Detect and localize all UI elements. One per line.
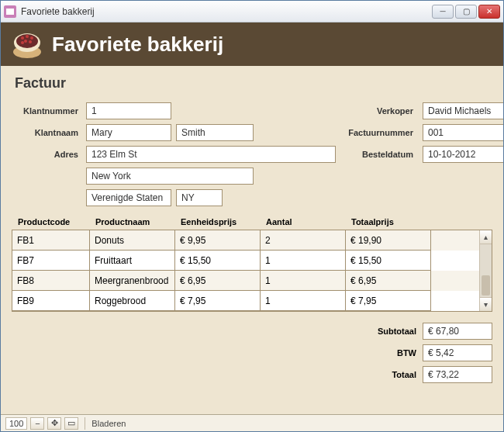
minimize-button[interactable]: ─ [432, 5, 454, 19]
adres-straat-input[interactable] [86, 146, 336, 163]
adres-land-input[interactable] [86, 189, 171, 206]
svg-point-6 [26, 35, 29, 38]
cell-code[interactable]: FB8 [12, 271, 90, 291]
totals-area: Subtotaal BTW Totaal [12, 323, 492, 383]
adres-stad-input[interactable] [86, 168, 254, 185]
label-besteldatum: Besteldatum [340, 150, 418, 159]
zoom-level[interactable]: 100 [5, 417, 27, 430]
cell-totaal[interactable]: € 15,50 [346, 251, 431, 271]
cell-code[interactable]: FB7 [12, 251, 90, 271]
cell-naam[interactable]: Meergranenbrood [90, 271, 175, 291]
th-eenheidsprijs: Eenheidsprijs [174, 217, 260, 226]
totaal-value [423, 366, 492, 383]
svg-point-9 [29, 40, 32, 43]
cell-naam[interactable]: Donuts [90, 230, 175, 251]
cell-aantal[interactable]: 1 [261, 271, 346, 291]
svg-point-7 [30, 36, 33, 40]
svg-point-5 [21, 36, 24, 40]
label-klantnummer: Klantnummer [12, 106, 81, 116]
label-subtotaal: Subtotaal [354, 327, 416, 336]
th-aantal: Aantal [260, 217, 345, 226]
adres-staat-input[interactable] [176, 189, 223, 206]
cell-aantal[interactable]: 1 [261, 251, 346, 271]
klant-voornaam-input[interactable] [86, 124, 171, 141]
svg-rect-1 [6, 9, 14, 15]
label-verkoper: Verkoper [340, 106, 418, 116]
table-scrollbar[interactable]: ▴ ▾ [479, 230, 492, 311]
app-window: Favoriete bakkerij ─ ▢ ✕ Favoriete bakke… [0, 0, 504, 432]
window-title: Favoriete bakkerij [21, 6, 432, 17]
klant-achternaam-input[interactable] [176, 124, 254, 141]
zoom-fit-button[interactable]: ✥ [47, 417, 61, 430]
verkoper-input[interactable] [423, 102, 503, 119]
zoom-out-button[interactable]: − [30, 417, 44, 430]
cell-prijs[interactable]: € 9,95 [175, 230, 261, 251]
content-area: Factuur Klantnummer Verkoper Klantnaam F… [1, 66, 503, 414]
mode-label[interactable]: Bladeren [91, 419, 126, 428]
th-totaalprijs: Totaalprijs [345, 217, 430, 226]
line-items-table: Productcode Productnaam Eenheidsprijs Aa… [12, 217, 492, 312]
label-totaal: Totaal [354, 370, 416, 379]
zoom-in-button[interactable]: ▭ [64, 417, 78, 430]
th-productnaam: Productnaam [89, 217, 174, 226]
app-icon [4, 5, 16, 18]
klantnummer-input[interactable] [86, 102, 171, 119]
statusbar: 100 − ✥ ▭ Bladeren [1, 414, 503, 431]
table-row[interactable]: FB9 Roggebrood € 7,95 1 € 7,95 [12, 291, 479, 311]
svg-point-10 [21, 41, 24, 44]
table-body: FB1 Donuts € 9,95 2 € 19,90 FB7 Fruittaa… [12, 230, 479, 311]
cell-naam[interactable]: Roggebrood [90, 291, 175, 311]
maximize-button[interactable]: ▢ [455, 5, 477, 19]
besteldatum-input[interactable] [423, 146, 503, 163]
scroll-thumb[interactable] [482, 275, 490, 295]
svg-point-8 [24, 40, 27, 43]
scroll-track[interactable] [480, 244, 492, 297]
table-row[interactable]: FB7 Fruittaart € 15,50 1 € 15,50 [12, 251, 479, 271]
scroll-up-icon[interactable]: ▴ [480, 230, 492, 244]
cell-code[interactable]: FB1 [12, 230, 90, 251]
subtotaal-value [423, 323, 492, 340]
cell-totaal[interactable]: € 6,95 [346, 271, 431, 291]
cell-aantal[interactable]: 1 [261, 291, 346, 311]
cell-totaal[interactable]: € 19,90 [346, 230, 431, 251]
label-klantnaam: Klantnaam [12, 128, 81, 137]
label-factuurnummer: Factuurnummer [340, 128, 418, 137]
section-title: Factuur [15, 75, 492, 92]
cell-prijs[interactable]: € 6,95 [175, 271, 261, 291]
cell-aantal[interactable]: 2 [261, 230, 346, 251]
cell-code[interactable]: FB9 [12, 291, 90, 311]
cell-naam[interactable]: Fruittaart [90, 251, 175, 271]
scroll-down-icon[interactable]: ▾ [480, 297, 492, 311]
titlebar: Favoriete bakkerij ─ ▢ ✕ [1, 1, 503, 22]
factuurnummer-input[interactable] [423, 124, 503, 141]
close-button[interactable]: ✕ [478, 5, 500, 19]
form-grid: Klantnummer Verkoper Klantnaam Factuurnu… [12, 102, 492, 206]
table-header: Productcode Productnaam Eenheidsprijs Aa… [12, 217, 492, 230]
label-adres: Adres [12, 150, 81, 159]
th-productcode: Productcode [12, 217, 89, 226]
cell-prijs[interactable]: € 7,95 [175, 291, 261, 311]
cell-totaal[interactable]: € 7,95 [346, 291, 431, 311]
table-row[interactable]: FB8 Meergranenbrood € 6,95 1 € 6,95 [12, 271, 479, 291]
header-band: Favoriete bakkerij [1, 22, 503, 66]
app-title: Favoriete bakkerij [52, 33, 223, 57]
logo-icon [12, 29, 43, 60]
btw-value [423, 344, 492, 361]
cell-prijs[interactable]: € 15,50 [175, 251, 261, 271]
label-btw: BTW [354, 348, 416, 358]
table-row[interactable]: FB1 Donuts € 9,95 2 € 19,90 [12, 230, 479, 251]
